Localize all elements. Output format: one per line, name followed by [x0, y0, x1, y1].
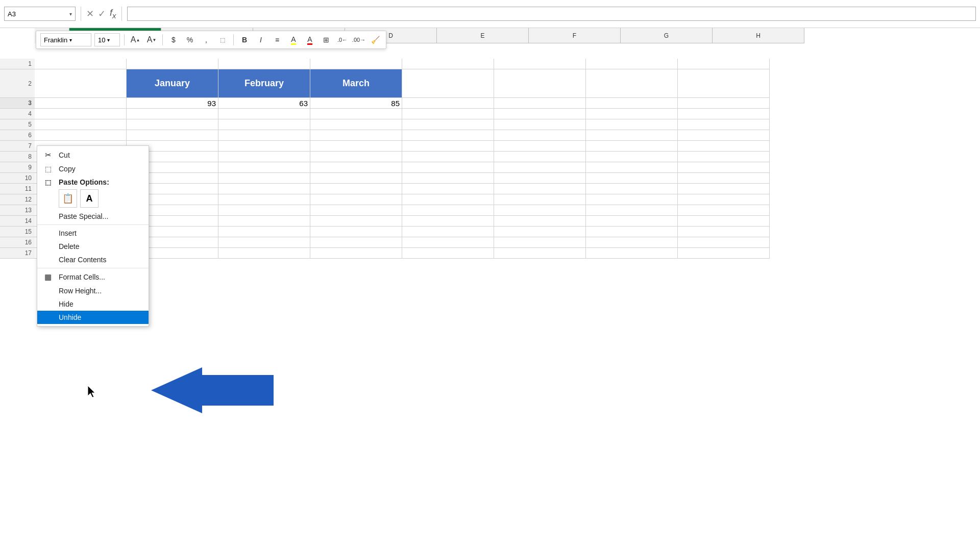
- percent-btn[interactable]: %: [183, 33, 197, 46]
- cell-b5[interactable]: [127, 119, 218, 130]
- cell-g17[interactable]: [586, 248, 678, 259]
- clear-btn[interactable]: 🧹: [369, 33, 382, 46]
- cell-c4[interactable]: [218, 109, 310, 119]
- cell-f8[interactable]: [494, 152, 586, 162]
- cell-h12[interactable]: [678, 194, 770, 205]
- cell-f2[interactable]: [494, 69, 586, 98]
- cell-b4[interactable]: [127, 109, 218, 119]
- cell-g3[interactable]: [586, 98, 678, 109]
- cell-c3[interactable]: 63: [218, 98, 310, 109]
- cell-d2-march[interactable]: March: [310, 69, 402, 98]
- cell-c15[interactable]: [218, 227, 310, 237]
- cell-g16[interactable]: [586, 237, 678, 248]
- increase-font-btn[interactable]: A▲: [129, 33, 142, 46]
- ctx-clear-contents[interactable]: Clear Contents: [37, 253, 149, 266]
- cell-g8[interactable]: [586, 152, 678, 162]
- cell-d12[interactable]: [310, 194, 402, 205]
- cell-e10[interactable]: [402, 173, 494, 184]
- bold-btn[interactable]: B: [238, 33, 251, 46]
- cell-g1[interactable]: [586, 59, 678, 69]
- comma-btn[interactable]: ,: [200, 33, 213, 46]
- ctx-unhide[interactable]: Unhide: [37, 311, 149, 324]
- cell-h4[interactable]: [678, 109, 770, 119]
- cell-h6[interactable]: [678, 130, 770, 141]
- cell-e6[interactable]: [402, 130, 494, 141]
- cell-g6[interactable]: [586, 130, 678, 141]
- cell-e1[interactable]: [402, 59, 494, 69]
- cell-h14[interactable]: [678, 216, 770, 227]
- currency-btn[interactable]: $: [167, 33, 180, 46]
- cell-e5[interactable]: [402, 119, 494, 130]
- col-header-f[interactable]: F: [529, 28, 621, 43]
- cell-h15[interactable]: [678, 227, 770, 237]
- cell-e7[interactable]: [402, 141, 494, 152]
- cell-c10[interactable]: [218, 173, 310, 184]
- ctx-delete[interactable]: Delete: [37, 240, 149, 253]
- formula-input[interactable]: [127, 7, 976, 21]
- cell-a6[interactable]: [35, 130, 127, 141]
- cell-c14[interactable]: [218, 216, 310, 227]
- cell-f4[interactable]: [494, 109, 586, 119]
- cell-g5[interactable]: [586, 119, 678, 130]
- accounting-btn[interactable]: ⬚: [216, 33, 229, 46]
- cell-a4[interactable]: [35, 109, 127, 119]
- cell-a5[interactable]: [35, 119, 127, 130]
- function-icon[interactable]: fx: [110, 8, 116, 20]
- cell-d8[interactable]: [310, 152, 402, 162]
- cell-c1[interactable]: [218, 59, 310, 69]
- cell-g11[interactable]: [586, 184, 678, 194]
- cell-e16[interactable]: [402, 237, 494, 248]
- ctx-format-cells[interactable]: ▦ Format Cells...: [37, 270, 149, 284]
- cell-g10[interactable]: [586, 173, 678, 184]
- cell-h2[interactable]: [678, 69, 770, 98]
- cell-e9[interactable]: [402, 162, 494, 173]
- cell-d5[interactable]: [310, 119, 402, 130]
- cell-f5[interactable]: [494, 119, 586, 130]
- cell-c12[interactable]: [218, 194, 310, 205]
- cell-f7[interactable]: [494, 141, 586, 152]
- cell-e13[interactable]: [402, 205, 494, 216]
- col-header-g[interactable]: G: [621, 28, 713, 43]
- cell-g12[interactable]: [586, 194, 678, 205]
- cell-g13[interactable]: [586, 205, 678, 216]
- font-color-btn[interactable]: A: [303, 33, 316, 46]
- cell-h9[interactable]: [678, 162, 770, 173]
- cell-e2[interactable]: [402, 69, 494, 98]
- cell-h1[interactable]: [678, 59, 770, 69]
- cell-c5[interactable]: [218, 119, 310, 130]
- cell-f16[interactable]: [494, 237, 586, 248]
- cell-f13[interactable]: [494, 205, 586, 216]
- cell-b3[interactable]: 93: [127, 98, 218, 109]
- cell-g9[interactable]: [586, 162, 678, 173]
- cell-h8[interactable]: [678, 152, 770, 162]
- cell-f9[interactable]: [494, 162, 586, 173]
- cell-b6[interactable]: [127, 130, 218, 141]
- ctx-insert[interactable]: Insert: [37, 227, 149, 240]
- cell-c9[interactable]: [218, 162, 310, 173]
- cell-c13[interactable]: [218, 205, 310, 216]
- cell-f10[interactable]: [494, 173, 586, 184]
- cell-d17[interactable]: [310, 248, 402, 259]
- cell-e14[interactable]: [402, 216, 494, 227]
- cell-f3[interactable]: [494, 98, 586, 109]
- cell-c17[interactable]: [218, 248, 310, 259]
- cell-a1[interactable]: [35, 59, 127, 69]
- cell-d4[interactable]: [310, 109, 402, 119]
- cell-e15[interactable]: [402, 227, 494, 237]
- paste-clipboard-icon[interactable]: 📋: [59, 189, 77, 208]
- cell-e4[interactable]: [402, 109, 494, 119]
- ctx-copy[interactable]: ⬚ Copy: [37, 162, 149, 176]
- cell-h3[interactable]: [678, 98, 770, 109]
- cell-d1[interactable]: [310, 59, 402, 69]
- highlight-btn[interactable]: A: [287, 33, 300, 46]
- ctx-cut[interactable]: ✂ Cut: [37, 148, 149, 162]
- cell-a3[interactable]: [35, 98, 127, 109]
- cell-f11[interactable]: [494, 184, 586, 194]
- cell-c16[interactable]: [218, 237, 310, 248]
- cell-b1[interactable]: [127, 59, 218, 69]
- cell-d14[interactable]: [310, 216, 402, 227]
- cell-d10[interactable]: [310, 173, 402, 184]
- cell-c8[interactable]: [218, 152, 310, 162]
- cancel-icon[interactable]: ✕: [86, 8, 94, 19]
- cell-c7[interactable]: [218, 141, 310, 152]
